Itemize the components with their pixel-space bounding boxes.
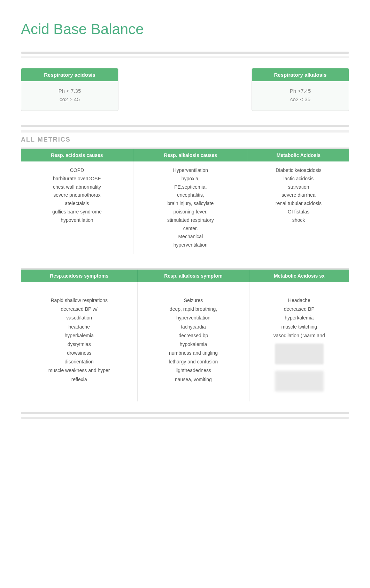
metrics-gap bbox=[21, 130, 349, 133]
causes-header-1: Resp. acidosis causes bbox=[21, 149, 133, 161]
blurred-image-1 bbox=[275, 344, 324, 364]
resp-acidosis-line1: Ph < 7.35 bbox=[21, 87, 118, 95]
resp-acidosis-line2: co2 > 45 bbox=[21, 95, 118, 104]
page-title: Acid Base Balance bbox=[21, 21, 349, 38]
causes-cell-2: Hyperventilation hypoxia, PE,septicemia,… bbox=[133, 161, 248, 254]
causes-table: Resp. acidosis causes Resp. alkalosis ca… bbox=[21, 149, 349, 254]
respiratory-alkalosis-card: Respiratory alkalosis Ph >7.45 co2 < 35 bbox=[252, 68, 349, 111]
symptoms-cell-2: Seizures deep, rapid breathing, hyperven… bbox=[138, 282, 249, 401]
symptoms-header-1: Resp.acidosis symptoms bbox=[21, 270, 138, 282]
bottom-bar-1 bbox=[21, 412, 349, 414]
symptoms-text-3: Headache decreased BP hyperkalemia muscl… bbox=[273, 297, 325, 338]
resp-acidosis-header: Respiratory acidosis bbox=[21, 68, 118, 81]
resp-alkalosis-line2: co2 < 35 bbox=[252, 95, 349, 104]
metrics-label: ALL METRICS bbox=[21, 136, 349, 143]
top-divider-thin bbox=[21, 56, 349, 58]
symptoms-cell-1: Rapid shallow respirations decreased BP … bbox=[21, 282, 138, 401]
resp-alkalosis-header: Respiratory alkalosis bbox=[252, 68, 349, 81]
symptoms-cell-3: Headache decreased BP hyperkalemia muscl… bbox=[249, 282, 349, 401]
causes-header-2: Resp. alkalosis causes bbox=[133, 149, 248, 161]
cards-row: Respiratory acidosis Ph < 7.35 co2 > 45 … bbox=[21, 68, 349, 111]
top-divider-thick bbox=[21, 52, 349, 54]
symptoms-header-3: Metabolic Acidosis sx bbox=[249, 270, 349, 282]
causes-cell-1: COPD barbiturate overDOSE chest wall abn… bbox=[21, 161, 133, 254]
metrics-divider-top bbox=[21, 125, 349, 127]
causes-cell-3: Diabetic ketoacidosis lactic acidosis st… bbox=[248, 161, 349, 254]
resp-acidosis-values: Ph < 7.35 co2 > 45 bbox=[21, 87, 118, 104]
resp-alkalosis-line1: Ph >7.45 bbox=[252, 87, 349, 95]
symptoms-table: Resp.acidosis symptoms Resp. alkalosis s… bbox=[21, 270, 349, 401]
respiratory-acidosis-card: Respiratory acidosis Ph < 7.35 co2 > 45 bbox=[21, 68, 118, 111]
bottom-bar-2 bbox=[21, 417, 349, 419]
symptoms-header-2: Resp. alkalosis symptom bbox=[138, 270, 249, 282]
blurred-image-2 bbox=[275, 371, 324, 392]
causes-header-3: Metabolic Acidosis bbox=[248, 149, 349, 161]
resp-alkalosis-values: Ph >7.45 co2 < 35 bbox=[252, 87, 349, 104]
